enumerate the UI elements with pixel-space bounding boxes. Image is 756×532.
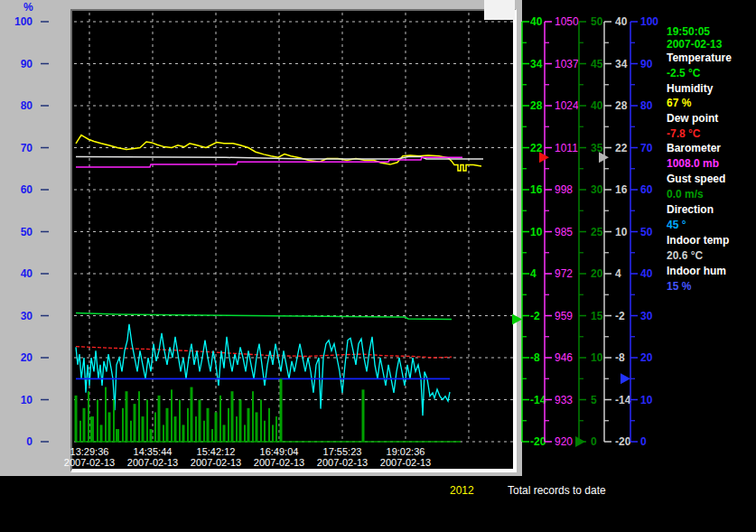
direction-value: 45 °: [667, 219, 686, 231]
left-axis-title: %: [23, 1, 33, 14]
indoor-hum-scale-label: 80: [640, 99, 653, 112]
chart-plot-area: [70, 9, 517, 472]
wind-speed-scale-label: 25: [591, 226, 603, 238]
direction-label: Direction: [667, 203, 714, 216]
indoor-temp-scale-label: 34: [615, 58, 628, 70]
wind-speed-scale-label: 45: [591, 58, 603, 70]
indoor-hum-scale-label: 0: [640, 435, 647, 448]
clock-time: 19:50:05: [667, 25, 710, 38]
indoor-hum-scale: 1009080706050403020100: [630, 15, 658, 448]
temperature-scale-label: -2: [530, 310, 540, 322]
barometer-scale-label: 959: [555, 310, 573, 322]
indoor-temp-scale-label: 4: [615, 267, 621, 280]
wind-speed-scale-label: 0: [591, 435, 597, 448]
indoor-temp-scale: 4034282216104-2-8-14-20: [604, 15, 631, 448]
gust-marker: [575, 436, 585, 447]
wind-speed-scale-label: 5: [591, 394, 597, 406]
indoor-temp-value: 20.6 °C: [667, 249, 703, 262]
indoor-hum-scale-label: 70: [640, 142, 653, 154]
barometer-label: Barometer: [667, 142, 721, 154]
barometer-scale-label: 1037: [555, 58, 579, 70]
temperature-scale-label: 34: [530, 58, 543, 70]
barometer-scale-label: 920: [555, 435, 573, 448]
indoor-temp-scale-label: -20: [615, 435, 631, 448]
indoor-hum-label: Indoor hum: [667, 265, 726, 277]
indoor-temp-scale-label: -14: [615, 394, 631, 406]
indoor-temp-scale-label: -8: [615, 351, 625, 364]
barometer-scale-label: 933: [555, 394, 573, 406]
indoor-temp-label: Indoor temp: [667, 234, 729, 247]
indoor-hum-marker: [621, 373, 630, 384]
wind-speed-scale-label: 35: [591, 142, 603, 154]
barometer-scale-label: 998: [555, 183, 573, 196]
total-records-count: 2012: [450, 484, 474, 497]
indoor-temp-scale-label: 10: [615, 226, 628, 238]
dew-point-value: -7.8 °C: [667, 127, 700, 140]
indoor-temp-scale-label: 40: [615, 15, 628, 28]
indoor-temp-scale-label: -2: [615, 310, 625, 322]
indoor-hum-scale-label: 10: [640, 394, 653, 406]
dew-point-label: Dew point: [667, 112, 718, 125]
wind-speed-scale-label: 20: [591, 267, 603, 280]
wind-speed-scale-label: 40: [591, 99, 603, 112]
temperature-scale-label: 10: [530, 226, 543, 238]
temperature-label: Temperature: [667, 51, 732, 64]
wind-speed-scale-label: 30: [591, 183, 603, 196]
indoor-temp-scale-label: 22: [615, 142, 628, 154]
barometer-scale-label: 1050: [555, 15, 579, 28]
barometer-scale-label: 946: [555, 351, 573, 364]
indoor-temp-marker: [599, 152, 609, 163]
temperature-scale-label: 28: [530, 99, 543, 112]
barometer-marker: [539, 152, 549, 163]
total-records-label: Total records to date: [508, 484, 606, 497]
wind-speed-scale-label: 50: [591, 15, 603, 28]
barometer-value: 1008.0 mb: [667, 157, 719, 170]
barometer-scale-label: 1011: [555, 142, 578, 154]
temperature-scale-label: 22: [530, 142, 543, 154]
temperature-scale-label: -14: [530, 394, 546, 406]
indoor-temp-scale-label: 28: [615, 99, 628, 112]
temperature-value: -2.5 °C: [667, 67, 700, 79]
temperature-scale-label: 40: [530, 15, 543, 28]
barometer-scale-label: 972: [555, 267, 573, 280]
indoor-hum-scale-label: 30: [640, 310, 653, 322]
indoor-hum-scale-label: 20: [640, 351, 653, 364]
humidity-label: Humidity: [667, 82, 713, 95]
weather-display-window: % 10090807060504030201004034282216104-2-…: [0, 0, 756, 532]
indoor-hum-scale-label: 100: [640, 15, 658, 28]
wind-speed-scale-label: 10: [591, 351, 603, 364]
clock-date: 2007-02-13: [667, 38, 722, 51]
temperature-scale-label: -20: [530, 435, 546, 448]
indoor-hum-scale-label: 40: [640, 267, 653, 280]
gust-speed-value: 0.0 m/s: [667, 188, 704, 201]
indoor-temp-scale-label: 16: [615, 183, 628, 196]
barometer-scale: 1050103710241011998985972959946933920: [545, 15, 579, 448]
barometer-scale-label: 1024: [555, 99, 579, 112]
temperature-scale-label: -8: [530, 351, 540, 364]
temperature-scale-label: 16: [530, 183, 543, 196]
plot-corner-highlight: [484, 0, 515, 20]
indoor-hum-scale-label: 90: [640, 58, 653, 70]
temperature-scale-label: 4: [530, 267, 537, 280]
wind-speed-scale: 50454035302520151050: [579, 15, 603, 448]
barometer-scale-label: 985: [555, 226, 573, 238]
indoor-hum-value: 15 %: [667, 280, 691, 293]
humidity-value: 67 %: [667, 97, 691, 109]
indoor-hum-scale-label: 50: [640, 226, 653, 238]
temperature-scale: 4034282216104-2-8-14-20: [522, 15, 546, 448]
indoor-hum-scale-label: 60: [640, 183, 653, 196]
wind-speed-scale-label: 15: [591, 310, 603, 322]
current-readings-panel: 19:50:052007-02-13Temperature-2.5 °CHumi…: [667, 0, 756, 307]
gust-speed-label: Gust speed: [667, 173, 725, 185]
